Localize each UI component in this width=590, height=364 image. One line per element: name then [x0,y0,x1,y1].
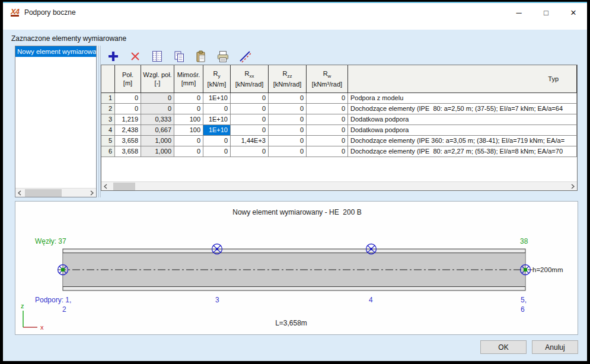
scroll-left-icon[interactable] [15,189,24,197]
scrollbar-thumb[interactable] [25,189,62,197]
table-view-button[interactable] [149,49,165,63]
table-cell[interactable]: 0 [203,136,231,146]
row-number[interactable]: 3 [101,114,115,125]
table-cell[interactable]: 0 [231,146,269,157]
row-number[interactable]: 6 [101,146,115,157]
table-cell[interactable]: 0 [231,125,269,136]
table-cell[interactable]: 1,000 [141,146,174,157]
table-cell[interactable]: 3,658 [115,136,141,146]
table-cell[interactable]: 100 [174,114,203,125]
table-cell[interactable]: 0 [269,104,307,114]
table-cell[interactable]: 0 [307,104,348,114]
toolbar [105,49,253,64]
table-cell[interactable]: 0 [174,104,203,114]
table-body: 10001E+10000Podpora z modelu20000000Doch… [101,93,577,157]
table-cell[interactable]: 0 [174,93,203,104]
scroll-right-icon[interactable] [87,189,96,197]
table-cell[interactable]: 0 [269,93,307,104]
table-row: 63,6581,00000000Dochodzące elementy (IPE… [101,146,577,157]
type-cell[interactable]: Dochodzące elementy (IPE 80: a=2,50 m; (… [348,104,577,114]
table-cell[interactable]: 0 [174,146,203,157]
table-cell[interactable]: 1,219 [115,114,141,125]
type-cell[interactable]: Dodatkowa podpora [348,114,577,125]
table-cell[interactable]: 100 [174,125,203,136]
row-number[interactable]: 4 [101,125,115,136]
measure-button[interactable] [237,49,253,63]
table-row: 53,6581,000001,44E+300Dochodzące element… [101,136,577,146]
table-cell[interactable]: 3,658 [115,146,141,157]
scrollbar-thumb[interactable] [113,183,135,190]
row-number[interactable]: 5 [101,136,115,146]
column-header-typ[interactable]: Typ [348,65,577,93]
column-header-wzgl-pol[interactable]: Wzgl. poł.[-] [141,65,174,93]
delete-row-button[interactable] [127,49,143,63]
section-label: Zaznaczone elementy wymiarowane [11,34,126,43]
table-horizontal-scrollbar[interactable] [101,181,577,190]
table-cell[interactable]: 0 [307,114,348,125]
list-item[interactable]: Nowy element wymiarowany [15,46,96,57]
type-cell[interactable]: Dodatkowa podpora [348,125,577,136]
cancel-button[interactable]: Anuluj [532,340,578,354]
column-header-mimosr[interactable]: Mimośr.[mm] [174,65,203,93]
type-cell[interactable]: Dochodzące elementy (IPE 80: a=2,27 m; (… [348,146,577,157]
table-cell[interactable]: 0 [269,146,307,157]
table-cell[interactable]: 0 [231,114,269,125]
table-cell[interactable]: 1E+10 [203,93,231,104]
table-cell[interactable]: 0 [307,93,348,104]
table-cell[interactable]: 1,44E+3 [231,136,269,146]
table-row: 10001E+10000Podpora z modelu [101,93,577,104]
type-cell[interactable]: Podpora z modelu [348,93,577,104]
plus-icon [107,50,119,62]
table-cell[interactable]: 0 [174,136,203,146]
table-cell[interactable]: 0 [203,104,231,114]
column-header-rxx[interactable]: Rxx[kNm/rad] [231,65,269,93]
row-number[interactable]: 1 [101,93,115,104]
table-cell[interactable]: 1E+10 [203,125,231,136]
table-cell[interactable]: 0 [115,93,141,104]
table-cell[interactable]: 0 [307,125,348,136]
scroll-left-icon[interactable] [101,182,110,191]
table-cell[interactable]: 0 [269,114,307,125]
delete-x-icon [130,51,141,62]
table-cell[interactable]: 0 [115,104,141,114]
app-icon: X4 [11,8,19,17]
window-controls: ─ □ ✕ [505,4,587,21]
table-cell[interactable]: 0 [141,104,174,114]
printer-icon [216,50,229,62]
support-6-label: 6 [521,305,525,314]
column-header-ry[interactable]: Ry[kN/m] [203,65,231,93]
close-button[interactable]: ✕ [560,4,587,21]
type-cell[interactable]: Dochodzące elementy (IPE 360: a=3,05 m; … [348,136,577,146]
column-header-pol[interactable]: Poł.[m] [115,65,141,93]
column-header-rownum[interactable] [101,65,115,93]
minimize-button[interactable]: ─ [505,4,532,21]
add-row-button[interactable] [105,49,121,63]
ok-button[interactable]: OK [480,340,527,354]
table-cell[interactable]: 0 [307,146,348,157]
table-cell[interactable]: 0 [141,93,174,104]
maximize-button[interactable]: □ [532,4,560,21]
table-cell[interactable]: 0 [203,146,231,157]
table-cell[interactable]: 0 [307,136,348,146]
table-cell[interactable]: 1E+10 [203,114,231,125]
table-header-row: Poł.[m]Wzgl. poł.[-]Mimośr.[mm]Ry[kN/m]R… [101,65,577,93]
table-cell[interactable]: 1,000 [141,136,174,146]
row-number[interactable]: 2 [101,104,115,114]
table-cell[interactable]: 0 [269,125,307,136]
column-header-rw[interactable]: Rw[kNm³/rad] [307,65,348,93]
table-cell[interactable]: 2,438 [115,125,141,136]
copy-button[interactable] [171,49,187,63]
paste-icon [195,50,207,62]
table-cell[interactable]: 0 [231,104,269,114]
table-cell[interactable]: 0 [231,93,269,104]
table-cell[interactable]: 0,667 [141,125,174,136]
support-3-label: 3 [215,296,219,304]
scroll-right-icon[interactable] [568,182,577,191]
table-cell[interactable]: 0 [269,136,307,146]
column-header-rzz[interactable]: Rzz[kNm/rad] [269,65,307,93]
supports-label: Podpory: 1, [35,296,71,304]
print-button[interactable] [215,49,231,63]
table-cell[interactable]: 0,333 [141,114,174,125]
paste-button[interactable] [193,49,209,63]
list-horizontal-scrollbar[interactable] [15,188,96,197]
